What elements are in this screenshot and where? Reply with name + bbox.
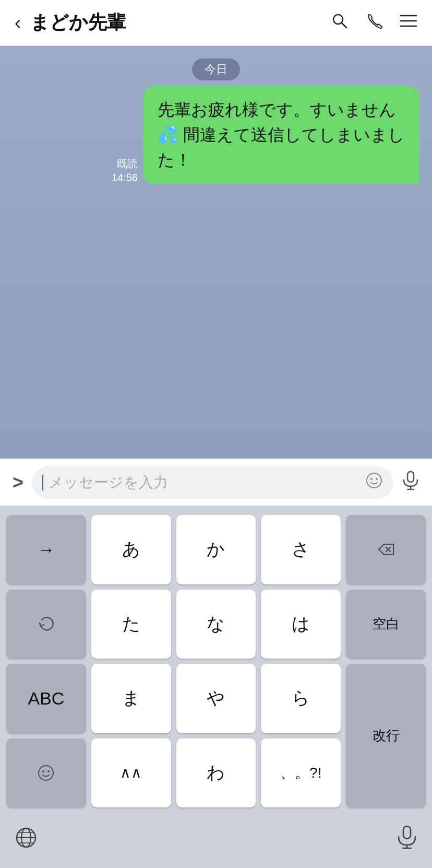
svg-point-6: [370, 478, 373, 480]
key-ra[interactable]: ら: [261, 664, 341, 733]
key-sa[interactable]: さ: [261, 515, 341, 584]
date-badge: 今日: [192, 58, 240, 80]
message-wrapper: 既読 14:56 先輩お疲れ様です。すいません💦 間違えて送信してしまいました！: [112, 86, 419, 184]
keyboard-grid: → あ か さ た な は 空白 ABC ま や ら 改行: [0, 515, 432, 807]
key-ka[interactable]: か: [176, 515, 256, 584]
key-na[interactable]: な: [176, 590, 256, 659]
key-ma[interactable]: ま: [91, 664, 171, 733]
phone-icon[interactable]: [365, 12, 383, 34]
search-icon[interactable]: [331, 12, 349, 34]
message-time: 14:56: [112, 172, 138, 184]
read-label: 既読: [117, 157, 138, 171]
header-icons: [331, 12, 417, 34]
key-backspace[interactable]: [346, 515, 426, 584]
key-undo[interactable]: [6, 590, 86, 659]
expand-button[interactable]: >: [13, 472, 23, 494]
svg-rect-8: [407, 472, 414, 482]
key-ya[interactable]: や: [176, 664, 256, 733]
key-wa[interactable]: わ: [176, 738, 256, 808]
svg-point-13: [39, 766, 53, 780]
key-abc[interactable]: ABC: [6, 664, 86, 733]
key-small-tsu[interactable]: ∧∧: [91, 738, 171, 808]
svg-point-7: [376, 478, 378, 480]
key-emoji[interactable]: [6, 738, 86, 808]
key-punctuation[interactable]: 、。?!: [261, 738, 341, 808]
keyboard-bottom: [0, 807, 432, 865]
message-input-wrap: メッセージを入力: [32, 466, 393, 499]
message-placeholder: メッセージを入力: [49, 473, 360, 492]
key-a[interactable]: あ: [91, 515, 171, 584]
back-button[interactable]: ‹: [15, 12, 21, 34]
input-bar: > メッセージを入力: [0, 459, 432, 506]
svg-point-14: [42, 770, 44, 772]
mic-bottom-icon[interactable]: [397, 825, 417, 855]
globe-icon[interactable]: [15, 826, 38, 854]
key-arrow[interactable]: →: [6, 515, 86, 584]
key-return[interactable]: 改行: [346, 664, 426, 807]
mic-button[interactable]: [402, 471, 419, 495]
header: ‹ まどか先輩: [0, 0, 432, 46]
menu-icon[interactable]: [400, 13, 417, 32]
message-meta: 既読 14:56: [112, 157, 138, 184]
key-ta[interactable]: た: [91, 590, 171, 659]
svg-line-1: [342, 23, 346, 28]
message-bubble[interactable]: 先輩お疲れ様です。すいません💦 間違えて送信してしまいました！: [143, 86, 419, 184]
svg-point-15: [47, 770, 50, 772]
keyboard-area: → あ か さ た な は 空白 ABC ま や ら 改行: [0, 506, 432, 868]
svg-rect-21: [403, 826, 411, 839]
key-space[interactable]: 空白: [346, 590, 426, 659]
chat-area: 今日 既読 14:56 先輩お疲れ様です。すいません💦 間違えて送信してしまいま…: [0, 46, 432, 459]
key-ha[interactable]: は: [261, 590, 341, 659]
emoji-button[interactable]: [365, 472, 383, 493]
text-cursor: [42, 475, 43, 490]
svg-point-5: [367, 473, 381, 488]
chat-title: まどか先輩: [30, 10, 331, 36]
